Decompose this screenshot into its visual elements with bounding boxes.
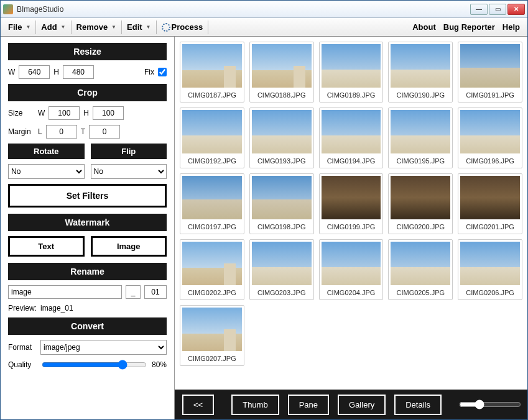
crop-height-input[interactable]: [93, 106, 124, 120]
thumbnail-label: CIMG0203.JPG: [252, 285, 312, 298]
maximize-button[interactable]: ▭: [489, 4, 506, 15]
resize-fix-label: Fix: [144, 68, 154, 76]
convert-quality-row: Quality 80%: [8, 360, 167, 370]
rotate-select[interactable]: No: [8, 164, 85, 179]
crop-left-input[interactable]: [46, 125, 77, 139]
thumbnail-image: [182, 242, 242, 285]
rename-preview-value: image_01: [40, 304, 73, 313]
thumbnail-item[interactable]: CIMG0187.JPG: [180, 42, 244, 103]
thumbnail-item[interactable]: CIMG0200.JPG: [388, 173, 453, 234]
thumbnail-item[interactable]: CIMG0197.JPG: [180, 173, 244, 234]
close-button[interactable]: ✕: [507, 4, 525, 15]
thumbnail-item[interactable]: CIMG0201.JPG: [458, 173, 522, 234]
view-gallery-button[interactable]: Gallery: [338, 395, 386, 415]
view-details-button[interactable]: Details: [394, 395, 442, 415]
crop-h-label: H: [83, 109, 89, 117]
menu-separator: [156, 21, 157, 34]
crop-margin-row: Margin L T: [8, 125, 167, 139]
thumbnail-image: [391, 44, 450, 88]
zoom-slider[interactable]: [459, 399, 521, 409]
view-pane-button[interactable]: Pane: [288, 395, 329, 415]
thumbnail-item[interactable]: CIMG0203.JPG: [249, 239, 314, 300]
thumbnail-image: [322, 176, 381, 219]
resize-header: Resize: [8, 43, 167, 60]
thumbnail-item[interactable]: CIMG0195.JPG: [388, 107, 453, 168]
thumbnail-item[interactable]: CIMG0202.JPG: [180, 239, 244, 300]
thumbnail-label: CIMG0187.JPG: [182, 88, 242, 100]
set-filters-button[interactable]: Set Filters: [8, 184, 167, 208]
flip-select[interactable]: No: [91, 164, 167, 179]
thumbnail-label: CIMG0199.JPG: [322, 219, 381, 232]
convert-quality-slider[interactable]: [42, 360, 147, 370]
menu-about[interactable]: About: [409, 20, 440, 34]
thumbnail-item[interactable]: CIMG0207.JPG: [180, 305, 244, 366]
thumbnail-label: CIMG0204.JPG: [322, 285, 381, 298]
thumbnail-item[interactable]: CIMG0188.JPG: [249, 42, 314, 103]
app-window: BImageStudio — ▭ ✕ File▼ Add▼ Remove▼ Ed…: [0, 0, 528, 420]
rename-base-input[interactable]: [8, 285, 122, 299]
menu-separator: [208, 21, 208, 34]
watermark-text-button[interactable]: Text: [8, 236, 85, 257]
convert-format-select[interactable]: image/jpeg: [40, 340, 167, 355]
sidebar: Resize W H Fix Crop Size W H Margin L: [1, 37, 175, 419]
thumbnail-image: [322, 242, 381, 285]
menu-remove[interactable]: Remove▼: [73, 20, 121, 34]
menu-bugreporter[interactable]: Bug Reporter: [440, 20, 499, 34]
thumbnail-image: [460, 176, 520, 219]
thumbnail-image: [322, 110, 381, 153]
menu-file[interactable]: File▼: [4, 20, 34, 34]
thumbnail-item[interactable]: CIMG0189.JPG: [319, 42, 384, 103]
thumbnail-item[interactable]: CIMG0192.JPG: [180, 107, 244, 168]
rotate-header: Rotate: [8, 144, 85, 159]
menu-process[interactable]: Process: [158, 20, 207, 34]
thumbnail-item[interactable]: CIMG0193.JPG: [249, 107, 314, 168]
crop-top-input[interactable]: [89, 125, 120, 139]
thumbnail-image: [252, 176, 312, 219]
resize-width-input[interactable]: [19, 65, 50, 79]
thumbnail-item[interactable]: CIMG0205.JPG: [388, 239, 453, 300]
chevron-down-icon: ▼: [109, 24, 116, 30]
view-thumb-button[interactable]: Thumb: [231, 395, 279, 415]
thumbnail-label: CIMG0188.JPG: [252, 88, 312, 100]
thumbnail-label: CIMG0193.JPG: [252, 153, 312, 166]
crop-margin-label: Margin: [8, 127, 34, 136]
thumbnail-image: [252, 44, 312, 88]
thumbnail-grid: CIMG0187.JPGCIMG0188.JPGCIMG0189.JPGCIMG…: [180, 42, 522, 366]
back-button[interactable]: <<: [182, 395, 214, 415]
crop-w-label: W: [38, 109, 45, 117]
menu-edit[interactable]: Edit▼: [123, 20, 154, 34]
watermark-image-button[interactable]: Image: [91, 236, 167, 257]
thumbnail-item[interactable]: CIMG0199.JPG: [319, 173, 384, 234]
minimize-button[interactable]: —: [470, 4, 488, 15]
menu-separator: [71, 21, 72, 34]
menu-help[interactable]: Help: [499, 20, 524, 34]
thumbnail-image: [182, 176, 242, 219]
thumbnail-item[interactable]: CIMG0206.JPG: [458, 239, 522, 300]
thumbnail-item[interactable]: CIMG0196.JPG: [458, 107, 522, 168]
thumbnail-label: CIMG0196.JPG: [460, 153, 520, 166]
thumbnail-label: CIMG0192.JPG: [182, 153, 242, 166]
thumbnail-label: CIMG0189.JPG: [322, 88, 381, 100]
rename-counter-input[interactable]: [144, 285, 167, 299]
thumbnail-gallery[interactable]: CIMG0187.JPGCIMG0188.JPGCIMG0189.JPGCIMG…: [175, 37, 527, 390]
gallery-panel: CIMG0187.JPGCIMG0188.JPGCIMG0189.JPGCIMG…: [175, 37, 527, 419]
thumbnail-item[interactable]: CIMG0198.JPG: [249, 173, 314, 234]
menubar: File▼ Add▼ Remove▼ Edit▼ Process About B…: [1, 18, 527, 37]
thumbnail-label: CIMG0206.JPG: [460, 285, 520, 298]
thumbnail-label: CIMG0202.JPG: [182, 285, 242, 298]
thumbnail-item[interactable]: CIMG0191.JPG: [458, 42, 522, 103]
gear-icon: [162, 23, 170, 32]
resize-height-input[interactable]: [63, 65, 94, 79]
content-area: Resize W H Fix Crop Size W H Margin L: [1, 37, 527, 419]
thumbnail-item[interactable]: CIMG0190.JPG: [388, 42, 453, 103]
menu-add[interactable]: Add▼: [37, 20, 69, 34]
thumbnail-image: [460, 242, 520, 285]
crop-t-label: T: [81, 127, 85, 136]
flip-header: Flip: [91, 144, 167, 159]
rename-separator-input[interactable]: [126, 285, 141, 299]
thumbnail-image: [182, 110, 242, 153]
crop-width-input[interactable]: [49, 106, 80, 120]
thumbnail-item[interactable]: CIMG0194.JPG: [319, 107, 384, 168]
thumbnail-item[interactable]: CIMG0204.JPG: [319, 239, 384, 300]
resize-fix-checkbox[interactable]: [158, 68, 167, 76]
